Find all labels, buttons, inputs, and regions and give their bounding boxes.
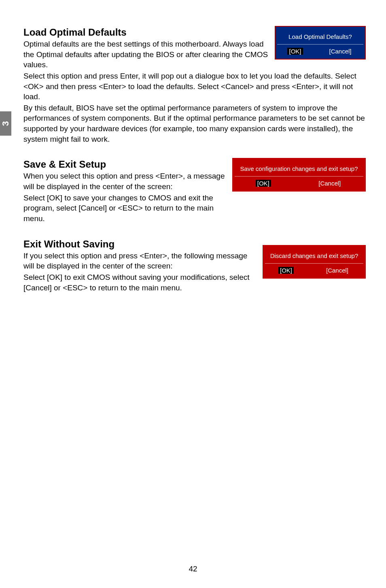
dialog-inner: Save configuration changes and exit setu… — [235, 160, 363, 189]
section-exit-without-saving: Discard changes and exit setup? [OK] [Ca… — [23, 236, 366, 294]
cancel-button[interactable]: [Cancel] — [317, 180, 342, 187]
cancel-button[interactable]: [Cancel] — [327, 48, 353, 55]
dialog-button-row: [OK] [Cancel] — [265, 264, 363, 276]
dialog-exit-without-saving: Discard changes and exit setup? [OK] [Ca… — [263, 245, 366, 279]
dialog-load-optimal-defaults: Load Optimal Defaults? [OK] [Cancel] — [275, 26, 366, 60]
dialog-title: Save configuration changes and exit setu… — [235, 160, 363, 177]
dialog-inner: Load Optimal Defaults? [OK] [Cancel] — [277, 28, 363, 57]
dialog-button-row: [OK] [Cancel] — [277, 45, 363, 57]
para: By this default, BIOS have set the optim… — [23, 103, 366, 145]
para: Select [OK] to exit CMOS without saving … — [23, 272, 270, 293]
ok-button[interactable]: [OK] — [256, 180, 271, 187]
para: Select this option and press Enter, it w… — [23, 71, 366, 102]
page: 3 Load Optimal Defaults? [OK] [Cancel] L… — [0, 0, 386, 588]
para: If you select this option and press <Ent… — [23, 251, 270, 271]
dialog-save-exit: Save configuration changes and exit setu… — [232, 158, 366, 192]
section-load-optimal-defaults: Load Optimal Defaults? [OK] [Cancel] Loa… — [23, 24, 366, 145]
page-number: 42 — [0, 565, 386, 573]
para: Select [OK] to save your changes to CMOS… — [23, 193, 230, 224]
chapter-number: 3 — [0, 121, 11, 126]
ok-button[interactable]: [OK] — [287, 48, 303, 55]
dialog-inner: Discard changes and exit setup? [OK] [Ca… — [265, 247, 363, 276]
dialog-title: Load Optimal Defaults? — [277, 28, 363, 45]
cancel-button[interactable]: [Cancel] — [324, 267, 350, 274]
chapter-tab: 3 — [0, 111, 11, 136]
dialog-title: Discard changes and exit setup? — [265, 247, 363, 264]
page-content: Load Optimal Defaults? [OK] [Cancel] Loa… — [23, 24, 366, 294]
dialog-button-row: [OK] [Cancel] — [235, 177, 363, 189]
para: When you select this option and press <E… — [23, 171, 230, 192]
ok-button[interactable]: [OK] — [278, 267, 294, 274]
section-save-exit-setup: Save configuration changes and exit setu… — [23, 156, 366, 224]
